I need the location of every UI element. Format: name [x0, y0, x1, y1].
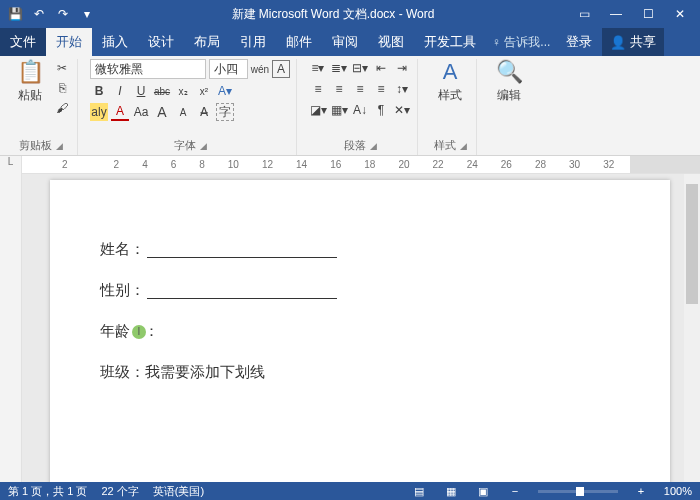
group-clipboard: 📋 粘贴 ✂ ⎘ 🖌 剪贴板◢: [4, 59, 78, 155]
maximize-icon[interactable]: ☐: [634, 4, 662, 24]
phonetic-guide-icon[interactable]: wén: [251, 60, 269, 78]
line-age: 年龄I：: [100, 322, 620, 341]
paragraph-launcher-icon[interactable]: ◢: [370, 141, 377, 151]
tab-review[interactable]: 审阅: [322, 28, 368, 56]
redo-icon[interactable]: ↷: [54, 5, 72, 23]
enclose-char-icon[interactable]: 字: [216, 103, 234, 121]
ruler-tick: 10: [228, 159, 239, 170]
underline-field[interactable]: [147, 242, 337, 258]
styles-button[interactable]: A 样式: [430, 59, 470, 104]
decrease-indent-icon[interactable]: ⇤: [372, 59, 390, 77]
tab-layout[interactable]: 布局: [184, 28, 230, 56]
grow-font-button[interactable]: A: [153, 103, 171, 121]
zoom-in-icon[interactable]: +: [632, 484, 650, 498]
sort-icon[interactable]: A↓: [351, 101, 369, 119]
edit-area[interactable]: 姓名： 性别： 年龄I： 班级：我需要添加下划线: [22, 174, 700, 482]
font-color-button[interactable]: A: [111, 103, 129, 121]
justify-icon[interactable]: ≡: [372, 80, 390, 98]
asian-layout-icon[interactable]: ✕▾: [393, 101, 411, 119]
vertical-ruler[interactable]: [0, 174, 22, 482]
align-right-icon[interactable]: ≡: [351, 80, 369, 98]
find-icon: 🔍: [496, 59, 523, 85]
qat-dropdown-icon[interactable]: ▾: [78, 5, 96, 23]
tab-references[interactable]: 引用: [230, 28, 276, 56]
zoom-out-icon[interactable]: −: [506, 484, 524, 498]
word-count[interactable]: 22 个字: [101, 484, 138, 499]
change-case-button[interactable]: Aa: [132, 103, 150, 121]
bullets-icon[interactable]: ≡▾: [309, 59, 327, 77]
font-launcher-icon[interactable]: ◢: [200, 141, 207, 151]
font-name-select[interactable]: 微软雅黑: [90, 59, 206, 79]
styles-launcher-icon[interactable]: ◢: [460, 141, 467, 151]
close-icon[interactable]: ✕: [666, 4, 694, 24]
multilevel-icon[interactable]: ⊟▾: [351, 59, 369, 77]
bold-button[interactable]: B: [90, 82, 108, 100]
login-button[interactable]: 登录: [556, 28, 602, 56]
share-label: 共享: [630, 33, 656, 51]
scrollbar-thumb[interactable]: [686, 184, 698, 304]
share-button[interactable]: 👤共享: [602, 28, 664, 56]
clear-formatting-icon[interactable]: A̶: [195, 103, 213, 121]
titlebar: 💾 ↶ ↷ ▾ 新建 Microsoft Word 文档.docx - Word…: [0, 0, 700, 28]
horizontal-ruler[interactable]: 2 2 4 6 8 10 12 14 16 18 20 22 24 26 28 …: [22, 156, 700, 174]
page-count[interactable]: 第 1 页，共 1 页: [8, 484, 87, 499]
page[interactable]: 姓名： 性别： 年龄I： 班级：我需要添加下划线: [50, 180, 670, 482]
line-gender: 性别：: [100, 281, 620, 300]
language-status[interactable]: 英语(美国): [153, 484, 204, 499]
ribbon-options-icon[interactable]: ▭: [570, 4, 598, 24]
text-effects-icon[interactable]: A▾: [216, 82, 234, 100]
tab-view[interactable]: 视图: [368, 28, 414, 56]
show-marks-icon[interactable]: ¶: [372, 101, 390, 119]
borders-icon[interactable]: ▦▾: [330, 101, 348, 119]
editing-button[interactable]: 🔍 编辑: [489, 59, 529, 104]
colon-age: ：: [144, 322, 159, 341]
zoom-slider-thumb[interactable]: [576, 487, 584, 496]
undo-icon[interactable]: ↶: [30, 5, 48, 23]
superscript-button[interactable]: x²: [195, 82, 213, 100]
share-icon: 👤: [610, 35, 626, 50]
quick-access-toolbar: 💾 ↶ ↷ ▾: [6, 5, 96, 23]
zoom-level[interactable]: 100%: [664, 485, 692, 497]
document-body: 姓名： 性别： 年龄I： 班级：我需要添加下划线: [0, 174, 700, 482]
web-layout-icon[interactable]: ▣: [474, 484, 492, 498]
highlight-button[interactable]: aly: [90, 103, 108, 121]
shrink-font-button[interactable]: A: [174, 103, 192, 121]
font-size-select[interactable]: 小四: [209, 59, 248, 79]
minimize-icon[interactable]: —: [602, 4, 630, 24]
ruler-tick: 28: [535, 159, 546, 170]
group-font: 微软雅黑 小四 wén A B I U abc x₂ x² A▾ aly A: [84, 59, 297, 155]
tab-mailings[interactable]: 邮件: [276, 28, 322, 56]
underline-button[interactable]: U: [132, 82, 150, 100]
print-layout-icon[interactable]: ▦: [442, 484, 460, 498]
tab-file[interactable]: 文件: [0, 28, 46, 56]
label-age: 年龄: [100, 322, 130, 341]
tab-developer[interactable]: 开发工具: [414, 28, 486, 56]
shading-icon[interactable]: ◪▾: [309, 101, 327, 119]
char-border-icon[interactable]: A: [272, 60, 290, 78]
align-left-icon[interactable]: ≡: [309, 80, 327, 98]
underline-field[interactable]: [147, 283, 337, 299]
clipboard-launcher-icon[interactable]: ◢: [56, 141, 63, 151]
tellme-search[interactable]: ♀ 告诉我...: [486, 28, 556, 56]
paste-button[interactable]: 📋 粘贴: [10, 59, 50, 104]
save-icon[interactable]: 💾: [6, 5, 24, 23]
tab-design[interactable]: 设计: [138, 28, 184, 56]
format-painter-icon[interactable]: 🖌: [53, 99, 71, 117]
status-bar: 第 1 页，共 1 页 22 个字 英语(美国) ▤ ▦ ▣ − + 100%: [0, 482, 700, 500]
align-center-icon[interactable]: ≡: [330, 80, 348, 98]
numbering-icon[interactable]: ≣▾: [330, 59, 348, 77]
line-spacing-icon[interactable]: ↕▾: [393, 80, 411, 98]
window-controls: ▭ — ☐ ✕: [570, 4, 694, 24]
cut-icon[interactable]: ✂: [53, 59, 71, 77]
tab-insert[interactable]: 插入: [92, 28, 138, 56]
strikethrough-button[interactable]: abc: [153, 82, 171, 100]
copy-icon[interactable]: ⎘: [53, 79, 71, 97]
ruler-tick: 4: [142, 159, 148, 170]
vertical-scrollbar[interactable]: [684, 174, 700, 482]
increase-indent-icon[interactable]: ⇥: [393, 59, 411, 77]
tab-home[interactable]: 开始: [46, 28, 92, 56]
zoom-slider[interactable]: [538, 490, 618, 493]
read-mode-icon[interactable]: ▤: [410, 484, 428, 498]
subscript-button[interactable]: x₂: [174, 82, 192, 100]
italic-button[interactable]: I: [111, 82, 129, 100]
